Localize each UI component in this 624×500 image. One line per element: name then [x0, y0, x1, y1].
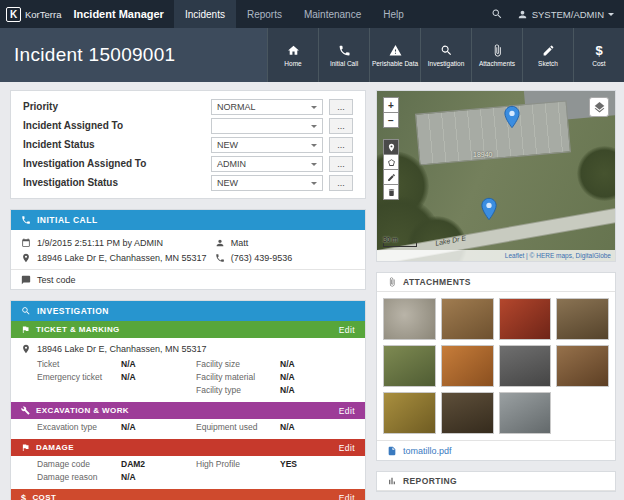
field-damage-reason: Damage reasonN/A	[37, 470, 196, 483]
flag-icon	[21, 443, 30, 452]
map-marker-icon[interactable]	[504, 105, 520, 129]
delete-tool-button[interactable]	[383, 184, 399, 200]
chevron-down-icon	[608, 13, 614, 19]
attachment-thumbnail[interactable]	[441, 392, 494, 434]
priority-label: Priority	[23, 101, 211, 112]
incident-assigned-select[interactable]	[211, 118, 323, 134]
toolbar-home-button[interactable]: Home	[267, 28, 318, 82]
search-button[interactable]	[481, 8, 513, 20]
flag-icon	[21, 325, 30, 334]
home-icon	[287, 44, 300, 57]
attachment-thumbnail[interactable]	[383, 392, 436, 434]
page-title: Incident 15009001	[14, 44, 175, 66]
ticket-marking-title: TICKET & MARKING	[36, 325, 120, 334]
call-address: 18946 Lake Dr E, Chanhassen, MN 55317	[37, 253, 207, 263]
marker-tool-button[interactable]	[383, 139, 399, 155]
phone-icon	[215, 253, 225, 263]
toolbar-investigation-button[interactable]: Investigation	[420, 28, 471, 82]
incident-map[interactable]: 18940 Lake Dr E + −	[377, 91, 615, 261]
dollar-icon: $	[595, 44, 602, 57]
brand-name: KorTerra	[25, 9, 61, 20]
field-facility-material: Facility materialN/A	[196, 370, 355, 383]
toolbar-sketch-button[interactable]: Sketch	[522, 28, 573, 82]
attachments-title: ATTACHMENTS	[403, 277, 471, 287]
app-title: Incident Manager	[73, 8, 163, 20]
incident-header: Incident 15009001 Home Initial Call Peri…	[0, 28, 624, 82]
main-nav: Incidents Reports Maintenance Help	[174, 0, 415, 28]
investigation-header: INVESTIGATION	[11, 301, 365, 321]
field-excavation-type: Excavation typeN/A	[37, 420, 196, 433]
assignment-form-panel: Priority NORMAL ... Incident Assigned To…	[10, 90, 366, 199]
right-column: 18940 Lake Dr E + −	[376, 90, 616, 500]
polygon-tool-button[interactable]	[383, 154, 399, 170]
brand[interactable]: K KorTerra	[0, 7, 69, 22]
map-pin-icon	[21, 253, 31, 263]
investigation-status-select[interactable]: NEW	[211, 175, 323, 191]
ticket-address: 18946 Lake Dr E, Chanhassen, MN 55317	[37, 344, 207, 354]
map-marker-icon[interactable]	[481, 197, 497, 221]
ticket-marking-edit-link[interactable]: Edit	[339, 325, 355, 335]
attachment-grid	[377, 292, 615, 440]
initial-call-left: 1/9/2015 2:51:11 PM by ADMIN 18946 Lake …	[21, 235, 215, 265]
attachment-thumbnail[interactable]	[499, 345, 552, 387]
initial-call-header: INITIAL CALL	[11, 210, 365, 230]
toolbar-perishable-data-label: Perishable Data	[372, 60, 418, 67]
excavation-work-edit-link[interactable]: Edit	[339, 406, 355, 416]
excavation-work-title: EXCAVATION & WORK	[36, 406, 129, 415]
cost-bar: $ COST Edit	[11, 489, 365, 500]
incident-assigned-label: Incident Assigned To	[23, 120, 211, 131]
toolbar-perishable-data-button[interactable]: Perishable Data	[369, 28, 420, 82]
incident-status-select[interactable]: NEW	[211, 137, 323, 153]
edit-tool-button[interactable]	[383, 169, 399, 185]
toolbar-home-label: Home	[284, 60, 301, 67]
user-menu[interactable]: SYSTEM/ADMIN	[513, 9, 624, 20]
excavation-work-bar: EXCAVATION & WORK Edit	[11, 402, 365, 419]
field-high-profile: High ProfileYES	[196, 457, 355, 470]
zoom-out-button[interactable]: −	[383, 112, 399, 128]
investigation-assigned-select[interactable]: ADMIN	[211, 156, 323, 172]
attachment-thumbnail[interactable]	[556, 298, 609, 340]
call-comment: Test code	[37, 275, 76, 285]
form-row-priority: Priority NORMAL ...	[11, 97, 365, 116]
nav-item-reports[interactable]: Reports	[236, 0, 293, 28]
incident-status-more-button[interactable]: ...	[329, 137, 353, 153]
toolbar-attachments-button[interactable]: Attachments	[471, 28, 522, 82]
attachment-thumbnail[interactable]	[556, 345, 609, 387]
form-row-incident-status: Incident Status NEW ...	[11, 135, 365, 154]
content: Priority NORMAL ... Incident Assigned To…	[0, 82, 624, 500]
investigation-assigned-more-button[interactable]: ...	[329, 156, 353, 172]
attachment-thumbnail[interactable]	[499, 392, 552, 434]
cost-edit-link[interactable]: Edit	[339, 493, 355, 500]
magnifier-icon	[440, 44, 453, 57]
search-icon	[491, 8, 503, 20]
incident-assigned-more-button[interactable]: ...	[329, 118, 353, 134]
damage-edit-link[interactable]: Edit	[339, 443, 355, 453]
zoom-in-button[interactable]: +	[383, 97, 399, 113]
attachment-thumbnail[interactable]	[441, 345, 494, 387]
investigation-status-more-button[interactable]: ...	[329, 175, 353, 191]
attachment-pdf-link[interactable]: tomatillo.pdf	[403, 446, 452, 456]
toolbar-initial-call-button[interactable]: Initial Call	[318, 28, 369, 82]
paperclip-icon	[491, 44, 504, 57]
map-tree	[577, 146, 615, 201]
reporting-header: REPORTING	[377, 472, 615, 491]
priority-more-button[interactable]: ...	[329, 99, 353, 115]
attachment-thumbnail[interactable]	[499, 298, 552, 340]
ticket-address-row: 18946 Lake Dr E, Chanhassen, MN 55317	[11, 338, 365, 356]
calendar-icon	[21, 238, 31, 248]
layers-button[interactable]	[589, 97, 609, 117]
priority-select[interactable]: NORMAL	[211, 99, 323, 115]
attachment-thumbnail[interactable]	[383, 298, 436, 340]
nav-item-maintenance[interactable]: Maintenance	[293, 0, 372, 28]
initial-call-right: Matt (763) 439-9536	[215, 235, 355, 265]
investigation-assigned-value: ADMIN	[217, 159, 246, 169]
attachment-thumbnail[interactable]	[441, 298, 494, 340]
incident-toolbar: Home Initial Call Perishable Data Invest…	[267, 28, 624, 82]
map-scale: 30 m	[383, 236, 417, 247]
toolbar-cost-button[interactable]: $ Cost	[573, 28, 624, 82]
nav-item-help[interactable]: Help	[372, 0, 415, 28]
attachment-thumbnail[interactable]	[383, 345, 436, 387]
person-icon	[215, 238, 225, 248]
nav-item-incidents[interactable]: Incidents	[174, 0, 236, 28]
toolbar-attachments-label: Attachments	[479, 60, 515, 67]
